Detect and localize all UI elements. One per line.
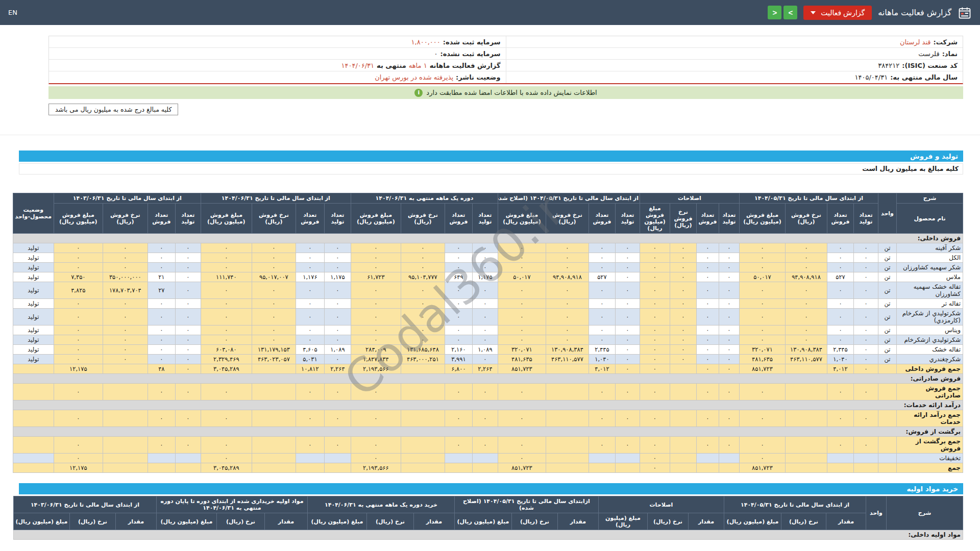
value-cell: ۹۵,۱۰۴,۷۷۷ xyxy=(401,272,445,282)
value-cell: ۰ xyxy=(148,384,175,400)
value-cell xyxy=(445,463,472,473)
value-cell: ۰ xyxy=(351,384,401,400)
info-cell: گزارش فعالیت ماهانه۱ ماههمنتهی به۱۴۰۴/۰۶… xyxy=(49,60,506,71)
value-cell: ۰ xyxy=(54,309,103,325)
value-cell xyxy=(324,463,351,473)
value-cell xyxy=(401,384,445,400)
value-cell: ۰ xyxy=(401,253,445,263)
column-header: مبلغ (میلیون ریال) xyxy=(156,513,216,530)
value-cell: ۰ xyxy=(54,437,103,454)
value-cell: ۰ xyxy=(589,309,615,325)
value-cell: ۰ xyxy=(827,253,854,263)
value-cell: ۰ xyxy=(296,263,324,272)
value-cell: ۰ xyxy=(445,282,472,299)
value-cell: ۴۶۳,۰۲۳,۰۵۷ xyxy=(252,355,296,364)
value-cell: ۰ xyxy=(401,335,445,345)
value-cell: ۰ xyxy=(472,325,498,335)
product-name-cell: جمع برگشت از فروش xyxy=(897,437,963,454)
monthly-report-icon xyxy=(958,6,972,20)
value-cell: ۰ xyxy=(739,309,785,325)
value-cell: ۰ xyxy=(148,325,175,335)
value-cell: ۰ xyxy=(696,437,719,454)
value-cell: ۰ xyxy=(54,345,103,355)
value-cell: ۰ xyxy=(201,263,252,272)
value-cell: ۰ xyxy=(445,299,472,309)
value-cell: ۰ xyxy=(719,437,739,454)
value-cell: ۰ xyxy=(854,263,878,272)
column-header: تعداد تولید xyxy=(615,204,640,234)
unit-cell: تن xyxy=(878,345,897,355)
value-cell: ۰ xyxy=(739,325,785,335)
value-cell: ۰ xyxy=(175,335,201,345)
value-cell xyxy=(615,463,640,473)
value-cell: ۱,۰۴۰ xyxy=(827,355,854,364)
previous-report-button[interactable]: < xyxy=(768,6,781,19)
value-cell: ۰ xyxy=(351,410,401,427)
report-nav: > < xyxy=(768,6,797,19)
value-cell: ۲,۱۹۳,۵۶۶ xyxy=(351,463,401,473)
value-cell: ۰ xyxy=(175,345,201,355)
value-cell xyxy=(546,384,589,400)
value-cell: ۰ xyxy=(324,437,351,454)
value-cell: ۱,۱۷۶ xyxy=(296,272,324,282)
column-header: از ابتدای سال مالی تا تاریخ ۱۴۰۴/۰۵/۳۱ xyxy=(739,193,878,204)
value-cell: ۰ xyxy=(472,410,498,427)
language-toggle-en[interactable]: EN xyxy=(8,9,17,16)
info-row: شرکت:قند لرستانسرمایه ثبت شده:۱,۸۰۰,۰۰۰ xyxy=(49,36,963,48)
value-cell xyxy=(252,410,296,427)
raw-materials-section-header: خرید مواد اولیه xyxy=(19,483,963,494)
value-cell xyxy=(401,454,445,463)
value-cell xyxy=(670,454,696,463)
status-cell: تولید xyxy=(13,243,54,253)
info-value: پذیرفته شده در بورس تهران xyxy=(375,73,453,81)
value-cell: ۲,۲۶۴ xyxy=(324,364,351,374)
next-report-button[interactable]: > xyxy=(783,6,797,19)
value-cell: ۰ xyxy=(324,243,351,253)
value-cell: ۲۷ xyxy=(148,282,175,299)
value-cell: ۰ xyxy=(546,335,589,345)
value-cell: ۲,۳۲۹,۴۶۹ xyxy=(201,355,252,364)
value-cell: ۰ xyxy=(640,309,670,325)
table-row: ملاستن۰۵۲۷۹۴,۹۰۸,۹۱۸۵۰,۰۱۷۰۰۰۰۰۵۲۷۹۴,۹۰۸… xyxy=(13,272,963,282)
signed-info-notice: اطلاعات نمایش داده شده با اطلاعات امضا ش… xyxy=(48,86,963,99)
value-cell xyxy=(615,454,640,463)
value-cell: ۰ xyxy=(498,263,546,272)
value-cell: ۰ xyxy=(296,437,324,454)
value-cell: ۰ xyxy=(670,243,696,253)
column-header: مبلغ (میلیون ریال) xyxy=(724,513,781,530)
value-cell: ۰ xyxy=(739,410,785,427)
product-name-cell: شکر سهمیه کشاورزان xyxy=(897,263,963,272)
value-cell: ۰ xyxy=(324,282,351,299)
value-cell: ۰ xyxy=(103,325,148,335)
product-name-cell: شکرچغندري xyxy=(897,355,963,364)
value-cell: ۰ xyxy=(640,437,670,454)
value-cell: ۰ xyxy=(827,282,854,299)
value-cell: ۰ xyxy=(719,410,739,427)
value-cell: ۰ xyxy=(739,454,785,463)
value-cell: ۰ xyxy=(401,282,445,299)
report-type-button[interactable]: گزارش فعالیت xyxy=(803,6,872,20)
value-cell: ۰ xyxy=(54,243,103,253)
value-cell: ۰ xyxy=(827,243,854,253)
value-cell: ۰ xyxy=(201,253,252,263)
value-cell: ۲,۱۹۳,۵۶۶ xyxy=(351,364,401,374)
value-cell: ۰ xyxy=(445,309,472,325)
status-cell: تولید xyxy=(13,272,54,282)
value-cell: ۰ xyxy=(445,253,472,263)
column-header: مبلغ فروش (میلیون ریال) xyxy=(498,204,546,234)
value-cell: ۰ xyxy=(175,355,201,364)
table-row: ویناستن۰۰۰۰۰۰۰۰۰۰۰۰۰۰۰۰۰۰۰۰۰۰۰۰تولید xyxy=(13,325,963,335)
column-header: دوره یک ماهه منتهی به ۱۴۰۴/۰۶/۳۱ xyxy=(351,193,498,204)
value-cell: ۰ xyxy=(589,335,615,345)
value-cell: ۰ xyxy=(670,345,696,355)
info-cell: وضعیت ناشر:پذیرفته شده در بورس تهران xyxy=(49,71,506,83)
value-cell: ۰ xyxy=(201,309,252,325)
value-cell xyxy=(827,454,854,463)
unit-cell xyxy=(878,364,897,374)
value-cell: ۰ xyxy=(640,299,670,309)
value-cell: ۰ xyxy=(175,272,201,282)
value-cell: ۰ xyxy=(589,282,615,299)
value-cell xyxy=(148,454,175,463)
column-header: تعداد فروش xyxy=(296,204,324,234)
value-cell: ۰ xyxy=(719,345,739,355)
